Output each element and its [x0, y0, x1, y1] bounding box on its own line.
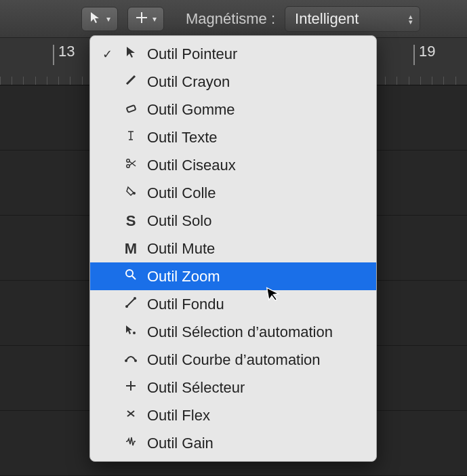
menu-item-label: Outil Ciseaux — [147, 157, 367, 174]
text-icon — [121, 129, 140, 146]
svg-rect-1 — [127, 105, 136, 113]
menu-item-label: Outil Solo — [147, 212, 367, 230]
menu-item-gain[interactable]: Outil Gain — [90, 429, 376, 457]
fade-icon — [121, 296, 140, 313]
menu-item-label: Outil Sélecteur — [147, 379, 367, 397]
menu-item-eraser[interactable]: Outil Gomme — [90, 96, 376, 123]
menu-item-label: Outil Gomme — [147, 101, 367, 119]
menu-item-label: Outil Sélection d’automation — [147, 323, 367, 341]
svg-point-4 — [133, 192, 136, 195]
svg-line-0 — [127, 76, 135, 84]
menu-item-flex[interactable]: Outil Flex — [90, 401, 376, 429]
svg-point-11 — [125, 359, 127, 362]
chevron-down-icon: ▾ — [106, 14, 110, 24]
glue-icon — [121, 184, 140, 201]
menu-item-label: Outil Crayon — [147, 73, 367, 91]
svg-point-12 — [134, 359, 137, 362]
menu-item-label: Outil Pointeur — [147, 45, 367, 63]
menu-item-label: Outil Zoom — [147, 268, 367, 285]
svg-point-2 — [127, 165, 129, 167]
menu-item-mute[interactable]: MOutil Mute — [90, 235, 376, 262]
svg-point-3 — [127, 159, 129, 162]
menu-item-scissors[interactable]: Outil Ciseaux — [90, 151, 376, 179]
pencil-icon — [121, 73, 140, 90]
menu-item-marquee[interactable]: Outil Sélecteur — [90, 374, 376, 401]
marquee-icon — [121, 379, 140, 396]
pointer-icon — [89, 11, 102, 27]
check-icon: ✓ — [100, 47, 115, 62]
right-tool-button[interactable]: ▾ — [127, 7, 164, 31]
menu-item-solo[interactable]: SOutil Solo — [90, 207, 376, 235]
crosshair-icon — [135, 11, 148, 27]
toolbar: ▾ ▾ Magnétisme : Intelligent ▴▾ — [0, 0, 467, 38]
menu-item-label: Outil Colle — [147, 184, 367, 202]
snap-mode-value: Intelligent — [295, 10, 359, 28]
menu-item-label: Outil Fondu — [147, 296, 367, 313]
menu-item-label: Outil Mute — [147, 240, 367, 258]
gain-icon — [121, 435, 140, 452]
svg-point-9 — [134, 297, 136, 300]
ruler-mark: 13 — [53, 45, 75, 65]
menu-item-autosel[interactable]: Outil Sélection d’automation — [90, 318, 376, 346]
svg-point-5 — [126, 270, 133, 277]
snap-mode-select[interactable]: Intelligent ▴▾ — [285, 6, 420, 32]
svg-line-6 — [132, 276, 136, 279]
autocurve-icon — [121, 351, 140, 368]
menu-item-zoom[interactable]: Outil Zoom — [90, 262, 376, 290]
scissors-icon — [121, 157, 140, 174]
menu-item-label: Outil Flex — [147, 407, 367, 424]
solo-icon: S — [121, 212, 140, 230]
menu-item-label: Outil Texte — [147, 129, 367, 146]
svg-point-8 — [125, 305, 128, 308]
pointer-icon — [121, 45, 140, 62]
menu-item-label: Outil Courbe d’automation — [147, 351, 367, 369]
menu-item-pencil[interactable]: Outil Crayon — [90, 68, 376, 96]
tool-menu: ✓Outil PointeurOutil CrayonOutil GommeOu… — [89, 35, 377, 462]
svg-point-10 — [133, 332, 136, 334]
menu-item-autocurve[interactable]: Outil Courbe d’automation — [90, 346, 376, 374]
chevron-down-icon: ▾ — [153, 14, 157, 24]
updown-icon: ▴▾ — [409, 14, 413, 24]
zoom-icon — [121, 268, 140, 285]
eraser-icon — [121, 101, 140, 118]
menu-item-label: Outil Gain — [147, 435, 367, 452]
autosel-icon — [121, 323, 140, 340]
menu-item-text[interactable]: Outil Texte — [90, 123, 376, 151]
menu-item-glue[interactable]: Outil Colle — [90, 179, 376, 207]
snap-label: Magnétisme : — [186, 10, 275, 28]
left-tool-button[interactable]: ▾ — [81, 7, 118, 31]
ruler-mark: 19 — [413, 45, 435, 65]
menu-item-fade[interactable]: Outil Fondu — [90, 290, 376, 318]
mute-icon: M — [121, 240, 140, 258]
flex-icon — [121, 407, 140, 424]
menu-item-pointer[interactable]: ✓Outil Pointeur — [90, 40, 376, 68]
svg-line-7 — [127, 298, 135, 306]
